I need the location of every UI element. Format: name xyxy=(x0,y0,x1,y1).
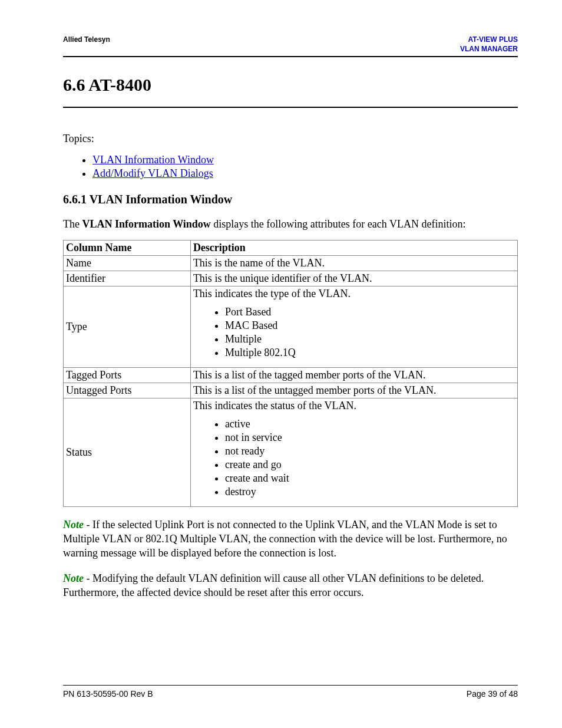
table-row: Status This indicates the status of the … xyxy=(64,398,518,506)
table-row: Type This indicates the type of the VLAN… xyxy=(64,286,518,367)
list-item: destroy xyxy=(225,486,515,498)
vlan-attributes-table: Column Name Description Name This is the… xyxy=(63,240,518,507)
intro-paragraph: The VLAN Information Window displays the… xyxy=(63,217,518,231)
table-row: Identifier This is the unique identifier… xyxy=(64,271,518,286)
list-item: create and go xyxy=(225,459,515,471)
list-item: VLAN Information Window xyxy=(92,154,518,166)
status-list: active not in service not ready create a… xyxy=(214,418,515,498)
header-product: AT-VIEW PLUS xyxy=(460,35,518,45)
cell-name: Status xyxy=(64,398,191,506)
cell-desc: This is the unique identifier of the VLA… xyxy=(190,271,517,286)
note-label: Note xyxy=(63,519,84,531)
list-item: Port Based xyxy=(225,306,515,318)
topics-list: VLAN Information Window Add/Modify VLAN … xyxy=(81,154,518,180)
cell-desc-intro: This indicates the status of the VLAN. xyxy=(193,400,515,412)
list-item: not ready xyxy=(225,445,515,457)
cell-desc: This is the name of the VLAN. xyxy=(190,255,517,271)
note-1-text: - If the selected Uplink Port is not con… xyxy=(63,519,507,559)
topic-link-add-modify[interactable]: Add/Modify VLAN Dialogs xyxy=(92,167,213,179)
subsection-title: 6.6.1 VLAN Information Window xyxy=(63,193,518,206)
title-rule xyxy=(63,107,518,108)
cell-desc: This indicates the status of the VLAN. a… xyxy=(190,398,517,506)
table-header-row: Column Name Description xyxy=(64,240,518,255)
list-item: active xyxy=(225,418,515,430)
header-rule xyxy=(63,56,518,57)
cell-name: Type xyxy=(64,286,191,367)
footer-page: Page 39 of 48 xyxy=(467,689,518,699)
th-description: Description xyxy=(190,240,517,255)
header-module: VLAN MANAGER xyxy=(460,45,518,54)
cell-name: Name xyxy=(64,255,191,271)
cell-name: Untagged Ports xyxy=(64,383,191,398)
cell-desc: This is a list of the untagged member po… xyxy=(190,383,517,398)
list-item: create and wait xyxy=(225,472,515,485)
page-header: Allied Telesyn AT-VIEW PLUS VLAN MANAGER xyxy=(63,35,518,54)
type-list: Port Based MAC Based Multiple Multiple 8… xyxy=(214,306,515,359)
note-2-text: - Modifying the default VLAN definition … xyxy=(63,572,484,598)
list-item: not in service xyxy=(225,431,515,444)
cell-desc: This is a list of the tagged member port… xyxy=(190,367,517,383)
list-item: Add/Modify VLAN Dialogs xyxy=(92,167,518,180)
footer-rule xyxy=(63,685,518,686)
cell-name: Tagged Ports xyxy=(64,367,191,383)
list-item: Multiple xyxy=(225,333,515,345)
page-footer: PN 613-50595-00 Rev B Page 39 of 48 xyxy=(63,685,518,699)
list-item: MAC Based xyxy=(225,319,515,332)
footer-pn: PN 613-50595-00 Rev B xyxy=(63,689,153,699)
intro-bold: VLAN Information Window xyxy=(82,218,210,230)
header-left: Allied Telesyn xyxy=(63,35,110,44)
header-right: AT-VIEW PLUS VLAN MANAGER xyxy=(460,35,518,54)
topics-label: Topics: xyxy=(63,131,518,146)
list-item: Multiple 802.1Q xyxy=(225,347,515,359)
th-column-name: Column Name xyxy=(64,240,191,255)
cell-desc-intro: This indicates the type of the VLAN. xyxy=(193,288,515,300)
section-title: 6.6 AT-8400 xyxy=(63,75,518,95)
cell-desc: This indicates the type of the VLAN. Por… xyxy=(190,286,517,367)
topic-link-vlan-info[interactable]: VLAN Information Window xyxy=(92,154,214,166)
note-1: Note - If the selected Uplink Port is no… xyxy=(63,518,518,561)
table-row: Untagged Ports This is a list of the unt… xyxy=(64,383,518,398)
cell-name: Identifier xyxy=(64,271,191,286)
intro-pre: The xyxy=(63,218,82,230)
note-2: Note - Modifying the default VLAN defini… xyxy=(63,571,518,600)
table-row: Tagged Ports This is a list of the tagge… xyxy=(64,367,518,383)
note-label: Note xyxy=(63,572,84,584)
table-row: Name This is the name of the VLAN. xyxy=(64,255,518,271)
intro-post: displays the following attributes for ea… xyxy=(211,218,466,230)
